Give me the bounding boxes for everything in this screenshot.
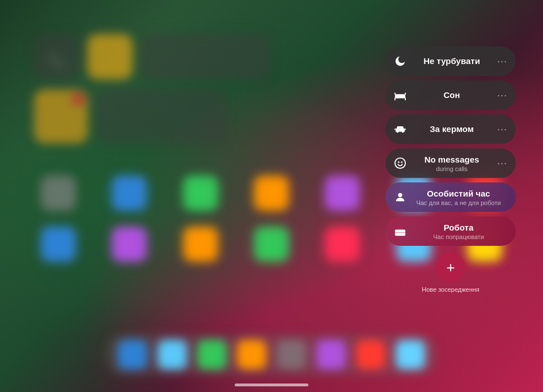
person-icon	[392, 189, 408, 205]
car-icon	[392, 121, 408, 137]
app-icon	[41, 176, 76, 211]
add-circle-icon: +	[436, 253, 465, 282]
smiley-icon	[392, 155, 408, 171]
svg-point-12	[401, 161, 402, 163]
dock	[107, 334, 436, 375]
focus-subtitle: Час попрацювати	[410, 233, 507, 240]
app-icon	[112, 227, 147, 262]
add-focus-button[interactable]: + Нове зосередження	[385, 253, 516, 293]
svg-point-10	[395, 158, 405, 168]
svg-point-6	[397, 131, 399, 133]
app-icon	[254, 176, 289, 211]
red-dot-badge	[72, 93, 84, 105]
bed-icon	[392, 87, 408, 103]
widget-yellow	[87, 34, 133, 79]
focus-item-robota[interactable]: Робота Час попрацювати	[385, 216, 516, 246]
widget-terminal: ›_	[34, 34, 79, 79]
focus-title: За кермом	[410, 124, 493, 134]
app-icon	[254, 227, 289, 262]
moon-icon	[392, 53, 408, 69]
dock-icon	[396, 340, 425, 369]
focus-subtitle: Час для вас, а не для роботи	[410, 199, 507, 206]
widget-row-1: ›_	[34, 34, 271, 79]
app-icon	[183, 227, 218, 262]
dock-icon	[277, 340, 306, 369]
focus-panel: Не турбувати ··· Сон ···	[385, 46, 516, 293]
dock-icon	[118, 340, 147, 369]
focus-label-area: Не турбувати	[408, 56, 495, 66]
focus-item-no-messages[interactable]: No messages during calls ···	[385, 148, 516, 178]
app-icon	[325, 227, 360, 262]
focus-dots-menu[interactable]: ···	[495, 54, 509, 68]
widget-row-2	[34, 90, 226, 143]
focus-label-area: Робота Час попрацювати	[408, 223, 509, 240]
app-icon	[183, 176, 218, 211]
svg-point-13	[398, 193, 402, 197]
focus-dots-menu[interactable]: ···	[495, 88, 509, 102]
focus-label-area: No messages during calls	[408, 155, 495, 172]
focus-subtitle: during calls	[410, 165, 493, 172]
widget-gray-rect	[96, 90, 226, 143]
svg-line-9	[405, 129, 406, 130]
focus-title: No messages	[410, 155, 493, 165]
svg-point-11	[398, 161, 400, 163]
widget-large-1	[141, 34, 271, 79]
widget-yellow-rect	[34, 90, 88, 143]
focus-item-osobystyi-chas[interactable]: Особистий час Час для вас, а не для робо…	[385, 182, 516, 212]
app-icon	[41, 227, 76, 262]
focus-label-area: Особистий час Час для вас, а не для робо…	[408, 189, 509, 206]
focus-title: Особистий час	[410, 189, 507, 199]
dock-icon	[158, 340, 187, 369]
focus-title: Робота	[410, 223, 507, 233]
svg-point-7	[402, 131, 404, 133]
focus-item-son[interactable]: Сон ···	[385, 80, 516, 110]
focus-dots-menu[interactable]: ···	[495, 156, 509, 170]
focus-title: Сон	[410, 90, 493, 100]
focus-item-za-kermom[interactable]: За кермом ···	[385, 114, 516, 144]
add-focus-label: Нове зосередження	[422, 286, 480, 293]
svg-rect-1	[396, 96, 400, 99]
app-icon	[112, 176, 147, 211]
briefcase-icon	[392, 223, 408, 239]
focus-title: Не турбувати	[410, 56, 493, 66]
focus-item-ne-turbuvaty[interactable]: Не турбувати ···	[385, 46, 516, 76]
focus-dots-menu[interactable]: ···	[495, 122, 509, 136]
focus-label-area: Сон	[408, 90, 495, 100]
home-indicator	[235, 384, 308, 386]
dock-icon	[316, 340, 346, 369]
focus-label-area: За кермом	[408, 124, 495, 134]
app-icon	[325, 176, 360, 211]
dock-icon	[237, 340, 266, 369]
dock-icon	[197, 340, 227, 369]
svg-line-8	[394, 129, 396, 130]
dock-icon	[356, 340, 385, 369]
